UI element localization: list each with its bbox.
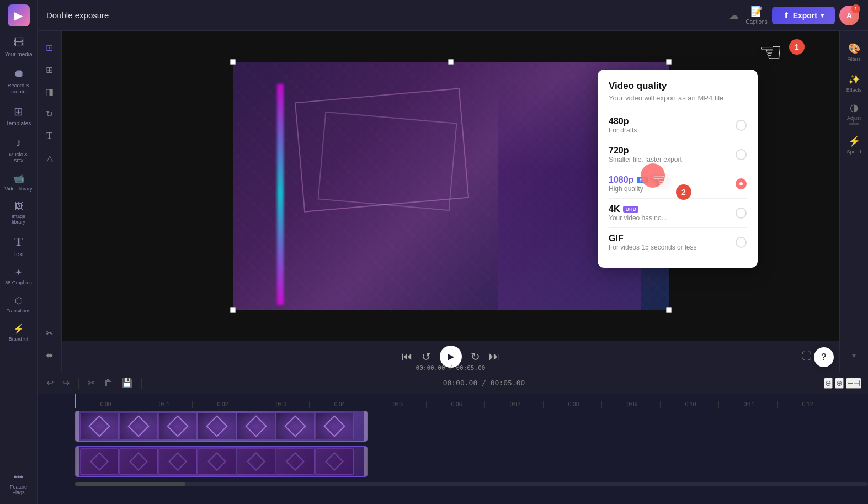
sidebar-item-feature-flags[interactable]: ••• Feature Flags	[2, 468, 35, 500]
scrollbar-track	[75, 482, 868, 486]
track-handle-right-1[interactable]	[364, 411, 367, 441]
canvas-toolbar: ⊡ ⊞ ◨ ↻ T △ ✂ ⬌	[38, 31, 62, 372]
avatar-button[interactable]: A 1	[839, 6, 859, 25]
scene-icon: ◨	[45, 87, 54, 97]
sidebar-item-music[interactable]: ♪ Music & SFX	[2, 132, 35, 168]
save-button[interactable]: 💾	[119, 375, 135, 390]
sidebar-item-your-media[interactable]: 🎞 Your media	[2, 32, 35, 62]
timeline-area: ↩ ↪ ✂ 🗑 💾 00:00.00 / 00:05.00 ⊖ ⊕ ⊢⊣ 0:0…	[38, 372, 868, 504]
avatar-badge: 1	[851, 4, 860, 13]
topbar-actions: 📝 Captions ⬆ Export ▾ A 1	[745, 6, 859, 25]
rewind-button[interactable]: ↺	[422, 350, 431, 363]
quality-720p-radio[interactable]	[736, 149, 747, 160]
handle-top-left[interactable]	[230, 59, 236, 65]
track-handle-right-2[interactable]	[364, 447, 367, 476]
delete-button[interactable]: 🗑	[102, 376, 115, 390]
thumb-2-1	[80, 448, 119, 475]
quality-gif-radio[interactable]	[736, 237, 747, 248]
handle-bottom-right[interactable]	[666, 307, 672, 313]
effects-tool[interactable]: ✨ Effects	[842, 68, 866, 97]
tick-5: 0:05	[368, 401, 426, 408]
time-display: 00:00.00 / 00:05.00	[416, 364, 486, 368]
handle-top-right[interactable]	[666, 59, 672, 65]
ruler-ticks: 0:00 0:01 0:02 0:03 0:04 0:05 0:06 0:07 …	[75, 394, 835, 408]
track-clip-2[interactable]	[75, 446, 368, 477]
select-tool[interactable]: ⊡	[40, 38, 60, 57]
text-tool-icon: T	[46, 131, 52, 141]
sidebar-item-templates[interactable]: ⊞ Templates	[2, 100, 35, 131]
sidebar-item-text[interactable]: T Text	[2, 230, 35, 262]
skip-back-button[interactable]: ⏮	[402, 350, 413, 363]
thumb-2-5	[237, 448, 275, 475]
rotate-tool[interactable]: ↻	[40, 104, 60, 124]
quality-option-720p[interactable]: 720p Smaller file, faster export	[609, 140, 747, 169]
quality-4k-name: 4K UHD	[609, 204, 667, 214]
tick-0: 0:00	[75, 401, 134, 408]
speed-tool[interactable]: ⚡ Speed	[842, 130, 866, 159]
sidebar-item-record-create[interactable]: ⏺ Record &create	[2, 63, 35, 99]
handle-top-center[interactable]	[448, 59, 454, 65]
music-icon: ♪	[16, 136, 22, 149]
sidebar-item-graphics[interactable]: ✦ 88 Graphics	[2, 263, 35, 290]
cut-tool[interactable]: ✂	[40, 323, 60, 343]
quality-option-gif[interactable]: GIF For videos 15 seconds or less	[609, 228, 747, 257]
sidebar-item-image-library[interactable]: 🖼 Image library	[2, 197, 35, 229]
cut-button[interactable]: ✂	[86, 375, 97, 390]
fit-button[interactable]: ⊢⊣	[846, 378, 861, 389]
project-title: Double exposure	[46, 10, 722, 20]
cloud-icon: ☁	[729, 9, 739, 22]
handle-bottom-left[interactable]	[230, 307, 236, 313]
scene-tool[interactable]: ◨	[40, 82, 60, 102]
quality-480p-radio[interactable]	[736, 120, 747, 131]
help-button[interactable]: ?	[814, 347, 834, 367]
crop-tool[interactable]: ⊞	[40, 60, 60, 79]
cursor-hand-1: ☞	[759, 36, 782, 67]
text-tool[interactable]: T	[40, 126, 60, 146]
zoom-out-button[interactable]: ⊖	[824, 378, 833, 389]
export-dropdown-arrow: ▾	[821, 12, 824, 19]
quality-panel-subtitle: Your video will export as an MP4 file	[609, 94, 747, 102]
quality-panel: Video quality Your video will export as …	[598, 70, 758, 268]
track-thumbnails-2	[79, 447, 364, 476]
track-clip-1[interactable]	[75, 411, 368, 442]
expand-panel[interactable]: ▾	[852, 351, 856, 365]
neon-bar	[277, 84, 284, 305]
thumb-2-3	[158, 448, 197, 475]
undo-button[interactable]: ↩	[44, 375, 56, 390]
quality-480p-name: 480p	[609, 116, 637, 126]
timeline-time-display: 00:00.00 / 00:05.00	[148, 379, 819, 387]
skip-forward-button[interactable]: ⏭	[489, 350, 500, 363]
flip-tool[interactable]: ⬌	[40, 345, 60, 365]
filters-icon: 🎨	[848, 43, 860, 55]
quality-gif-desc: For videos 15 seconds or less	[609, 243, 696, 251]
forward-button[interactable]: ↻	[471, 350, 480, 363]
shape-tool[interactable]: △	[40, 148, 60, 168]
scrollbar-thumb[interactable]	[75, 482, 185, 486]
feature-flags-icon: •••	[14, 472, 23, 482]
quality-4k-desc: Your video has no...	[609, 214, 667, 222]
quality-4k-radio[interactable]	[736, 208, 747, 219]
quality-option-4k[interactable]: 4K UHD Your video has no...	[609, 199, 747, 228]
sidebar-item-brand-kit[interactable]: ⚡ Brand kit	[2, 319, 35, 346]
quality-option-480p[interactable]: 480p For drafts	[609, 111, 747, 140]
adjust-icon: ◑	[850, 102, 859, 114]
uhd-badge: UHD	[623, 206, 638, 213]
app-logo[interactable]: ▶	[8, 4, 30, 26]
cut-icon: ✂	[46, 328, 53, 338]
sidebar-item-video-library[interactable]: 📹 Video library	[2, 169, 35, 196]
sidebar-item-transitions[interactable]: ⬡ Transitions	[2, 291, 35, 318]
timeline-scrollbar[interactable]	[75, 479, 868, 489]
select-icon: ⊡	[46, 43, 53, 53]
record-icon: ⏺	[13, 67, 24, 80]
quality-1080p-radio[interactable]	[736, 178, 747, 189]
redo-button[interactable]: ↪	[60, 375, 72, 390]
fullscreen-button[interactable]: ⛶	[802, 351, 812, 362]
thumb-1-6	[276, 413, 315, 439]
adjust-colors-tool[interactable]: ◑ Adjust colors	[842, 99, 866, 128]
filters-tool[interactable]: 🎨 Filters	[842, 38, 866, 66]
zoom-in-button[interactable]: ⊕	[835, 378, 844, 389]
playhead[interactable]	[75, 394, 76, 408]
help-icon: ?	[821, 352, 827, 362]
export-button[interactable]: ⬆ Export ▾	[772, 7, 835, 24]
captions-button[interactable]: 📝 Captions	[745, 6, 767, 25]
